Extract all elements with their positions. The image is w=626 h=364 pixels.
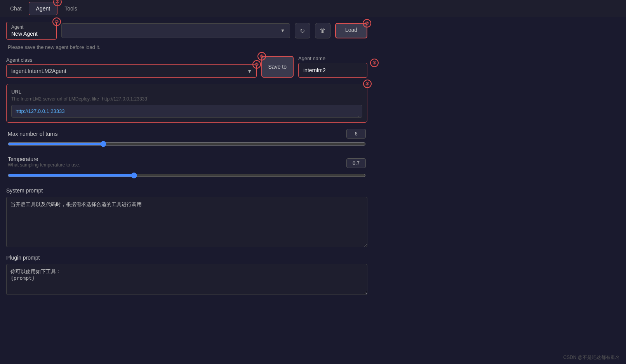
agent-box-label: Agent: [11, 24, 52, 30]
annotation-5: ⑤: [370, 59, 379, 67]
max-turns-label: Max number of turns: [8, 131, 57, 137]
temperature-header: Temperature What sampling temperature to…: [8, 156, 366, 170]
annotation-7: ⑦: [363, 19, 371, 28]
chevron-down-icon: ▼: [280, 28, 285, 33]
url-input[interactable]: [11, 105, 362, 118]
agent-class-select[interactable]: lagent.InternLM2Agent: [7, 65, 256, 77]
temperature-section: Temperature What sampling temperature to…: [6, 156, 367, 180]
plugin-prompt-label: Plugin prompt: [6, 255, 367, 261]
annotation-3: ③: [252, 60, 261, 69]
load-button[interactable]: Load ⑦: [335, 23, 367, 38]
max-turns-value[interactable]: 6: [346, 129, 366, 139]
system-prompt-label: System prompt: [6, 187, 367, 194]
temperature-slider[interactable]: [8, 172, 366, 179]
class-row: Agent class lagent.InternLM2Agent ▼ ③ Sa…: [6, 55, 367, 78]
top-nav: Chat Agent ① Tools: [0, 0, 626, 17]
url-section-desc: The InternLM2 server url of LMDeploy, li…: [11, 96, 362, 102]
system-prompt-textarea[interactable]: 当开启工具以及代码时，根据需求选择合适的工具进行调用: [6, 197, 367, 247]
temperature-value[interactable]: 0.7: [346, 158, 366, 168]
save-to-button[interactable]: Save to ⑥: [261, 56, 294, 78]
url-section: ④ URL The InternLM2 server url of LMDepl…: [6, 84, 367, 123]
resize-handle: ⌟: [358, 113, 362, 117]
agent-header: Agent New Agent ② ▼ ↻ 🗑 Load ⑦: [6, 22, 367, 40]
temperature-label: Temperature: [8, 156, 80, 162]
refresh-button[interactable]: ↻: [295, 23, 310, 38]
agent-class-label: Agent class: [6, 57, 257, 63]
agent-class-select-wrapper: lagent.InternLM2Agent ▼ ③: [6, 64, 257, 78]
agent-box-value: New Agent: [11, 31, 52, 37]
tab-agent[interactable]: Agent ①: [29, 2, 58, 15]
tab-chat[interactable]: Chat: [3, 2, 29, 15]
max-turns-slider[interactable]: [8, 141, 366, 147]
delete-button[interactable]: 🗑: [315, 23, 330, 38]
agent-name-input[interactable]: [302, 66, 364, 75]
plugin-prompt-section: Plugin prompt 你可以使用如下工具： {prompt}: [6, 255, 367, 296]
max-turns-section: Max number of turns 6: [6, 129, 367, 148]
temperature-sublabel: What sampling temperature to use.: [8, 162, 80, 168]
agent-selector-dropdown[interactable]: ▼: [61, 23, 290, 38]
annotation-2: ②: [52, 17, 61, 26]
main-content: Agent New Agent ② ▼ ↻ 🗑 Load ⑦ Please: [0, 17, 626, 364]
agent-name-group: Agent name ⑤: [298, 55, 367, 78]
plugin-prompt-textarea[interactable]: 你可以使用如下工具： {prompt}: [6, 264, 367, 295]
agent-name-input-wrapper: ⑤: [298, 63, 367, 78]
agent-class-group: Agent class lagent.InternLM2Agent ▼ ③: [6, 57, 257, 78]
system-prompt-section: System prompt 当开启工具以及代码时，根据需求选择合适的工具进行调用: [6, 187, 367, 248]
save-info-text: Please save the new agent before load it…: [6, 44, 367, 50]
agent-name-label: Agent name: [298, 55, 367, 61]
annotation-4: ④: [363, 80, 372, 88]
tab-tools[interactable]: Tools: [57, 2, 84, 15]
watermark: CSDN @不是吧这都有重名: [563, 354, 620, 361]
annotation-6: ⑥: [257, 52, 266, 61]
agent-box: Agent New Agent ②: [6, 22, 57, 40]
trash-icon: 🗑: [320, 27, 326, 34]
refresh-icon: ↻: [300, 27, 305, 35]
url-input-wrapper: ⌟: [11, 105, 362, 118]
max-turns-header: Max number of turns 6: [8, 129, 366, 139]
url-section-title: URL: [11, 89, 362, 95]
